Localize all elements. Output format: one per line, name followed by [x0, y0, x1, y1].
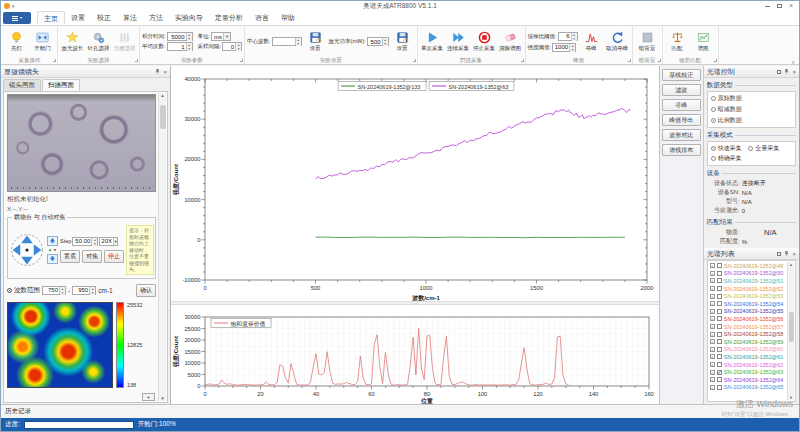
ribbon-button-undo[interactable]: 取消寻峰 [605, 31, 630, 52]
radio-option[interactable]: 精确采集 [711, 154, 747, 163]
radio-icon[interactable] [711, 96, 716, 101]
dock-icon[interactable] [777, 70, 781, 74]
spectrum-list-item[interactable]: +SN-20240619-1352@55 [710, 308, 786, 316]
menu-tab-3[interactable]: 校正 [91, 11, 117, 25]
radio-option[interactable]: 全量采集 [748, 144, 784, 153]
colorbar-scale-dropdown[interactable]: ▾ [142, 393, 155, 401]
action-button-4[interactable]: 峰值导出 [662, 114, 701, 126]
field-input[interactable]: 1000▴▾ [552, 43, 576, 52]
ribbon-button-scales[interactable]: 匹配 [665, 31, 690, 52]
field-input[interactable]: 0▴▾ [222, 42, 242, 51]
scroll-up-icon[interactable]: ▲ [789, 262, 793, 267]
spectrum-checkbox[interactable] [717, 309, 722, 314]
expander-icon[interactable]: + [710, 339, 715, 344]
spectrum-checkbox[interactable] [717, 354, 722, 359]
stage-z-up-button[interactable] [47, 236, 58, 246]
menu-tab-7[interactable]: 定量分析 [209, 11, 249, 25]
range-to-input[interactable]: 950▴▾ [72, 286, 96, 295]
expander-icon[interactable]: + [710, 377, 715, 382]
left-panel-scrollbar[interactable]: ▲ ▼ [158, 93, 166, 401]
objective-select[interactable]: 20X▾ [99, 237, 118, 246]
dock-icon[interactable] [777, 252, 781, 256]
expander-icon[interactable]: + [710, 347, 715, 352]
ribbon-button-stop[interactable]: 停止采集 [472, 31, 497, 52]
dialog-launcher-icon[interactable] [413, 59, 416, 62]
expander-icon[interactable]: + [710, 324, 715, 329]
ribbon-button-darkbg[interactable]: 暗背景 [635, 31, 660, 52]
ribbon-button-playdouble[interactable]: 连续采集 [446, 31, 471, 52]
spectrum-checkbox[interactable] [717, 347, 722, 352]
ribbon-button-save[interactable]: 设置 [390, 31, 415, 52]
spectrum-checkbox[interactable] [717, 324, 722, 329]
spectrum-checkbox[interactable] [717, 263, 722, 268]
spectrum-list-item[interactable]: +SN-20240619-1352@62 [710, 361, 786, 369]
dialog-launcher-icon[interactable] [714, 59, 717, 62]
expander-icon[interactable]: + [710, 385, 715, 390]
expander-icon[interactable]: + [710, 362, 715, 367]
spectrum-checkbox[interactable] [717, 286, 722, 291]
scroll-up-icon[interactable]: ▲ [160, 93, 164, 98]
dialog-launcher-icon[interactable] [521, 59, 524, 62]
action-button-5[interactable]: 波形对比 [662, 129, 701, 141]
field-input[interactable]: ms▾ [211, 32, 231, 41]
stage-z-down-button[interactable] [47, 254, 58, 264]
dialog-launcher-icon[interactable] [658, 59, 661, 62]
spectrum-checkbox[interactable] [717, 385, 722, 390]
spectrum-list-scrollbar[interactable]: ▲ ▼ [787, 262, 794, 400]
field-input[interactable]: 5000▴▾ [167, 32, 193, 41]
radio-icon[interactable] [748, 146, 753, 151]
ribbon-button-save[interactable]: 设置 [303, 31, 328, 52]
ribbon-button-lamp[interactable]: 亮灯 [4, 31, 29, 52]
scrollbar-thumb[interactable] [789, 312, 794, 342]
ribbon-button-laser[interactable]: 激光波长 [60, 31, 85, 52]
action-button-3[interactable]: 寻峰 [662, 99, 701, 111]
ribbon-button-shutter[interactable]: 开舱门 [30, 31, 55, 52]
menu-tab-1[interactable]: 主页 [37, 11, 65, 25]
field-input[interactable]: 1▴▾ [167, 42, 193, 51]
spectrum-list-item[interactable]: +SN-20240619-1352@49 [710, 262, 786, 270]
field-input[interactable]: 6▴▾ [558, 32, 578, 41]
spectrum-list-item[interactable]: +SN-20240619-1352@51 [710, 277, 786, 285]
expander-icon[interactable]: + [710, 263, 715, 268]
action-button-6[interactable]: 谱线排布 [662, 144, 701, 156]
step-input[interactable]: 50.00▴▾ [72, 237, 98, 246]
spectrum-checkbox[interactable] [717, 271, 722, 276]
spectrum-checkbox[interactable] [717, 332, 722, 337]
radio-option[interactable]: 快速采集 [711, 144, 747, 153]
field-input[interactable]: ▴▾ [272, 37, 302, 46]
expander-icon[interactable]: + [710, 316, 715, 321]
expander-icon[interactable]: + [710, 332, 715, 337]
close-icon[interactable]: × [163, 69, 167, 75]
expander-icon[interactable]: + [710, 309, 715, 314]
spectrum-list-item[interactable]: +SN-20240619-1352@59 [710, 338, 786, 346]
radio-icon[interactable] [711, 118, 716, 123]
scroll-down-icon[interactable]: ▼ [160, 396, 164, 401]
spectrum-checkbox[interactable] [717, 370, 722, 375]
spectrum-checkbox[interactable] [717, 339, 722, 344]
pin-icon[interactable] [784, 250, 789, 257]
radio-option[interactable]: 原始数据 [711, 94, 792, 103]
action-button-1[interactable]: 基线校正 [662, 69, 701, 81]
focus-evaluation-chart[interactable]: 0204060801001201401600500010000150002000… [171, 305, 659, 404]
spectrum-checkbox[interactable] [717, 301, 722, 306]
spectrum-list-item[interactable]: +SN-20240619-1352@65 [710, 384, 786, 392]
close-icon[interactable]: × [792, 69, 796, 75]
menu-tab-2[interactable]: 设置 [65, 11, 91, 25]
lens-tab-1[interactable]: 镜头画面 [3, 79, 41, 91]
radio-icon[interactable] [711, 156, 716, 161]
range-confirm-button[interactable]: 确认 [136, 284, 156, 297]
spectrum-list-item[interactable]: +SN-20240619-1352@54 [710, 300, 786, 308]
lens-tab-2[interactable]: 扫描画面 [42, 79, 80, 91]
radio-option[interactable]: 比例数据 [711, 116, 792, 125]
spectrum-checkbox[interactable] [717, 278, 722, 283]
spectrum-checkbox[interactable] [717, 316, 722, 321]
ribbon-button-peak[interactable]: 寻峰 [579, 31, 604, 52]
expander-icon[interactable]: + [710, 370, 715, 375]
spectrum-list-item[interactable]: +SN-20240619-1352@64 [710, 376, 786, 384]
range-radio[interactable] [7, 288, 12, 293]
dialog-launcher-icon[interactable] [240, 59, 243, 62]
expander-icon[interactable]: + [710, 294, 715, 299]
stage-bottom-button[interactable]: 置底 [60, 250, 80, 263]
spectrum-checkbox[interactable] [717, 377, 722, 382]
radio-icon[interactable] [711, 146, 716, 151]
